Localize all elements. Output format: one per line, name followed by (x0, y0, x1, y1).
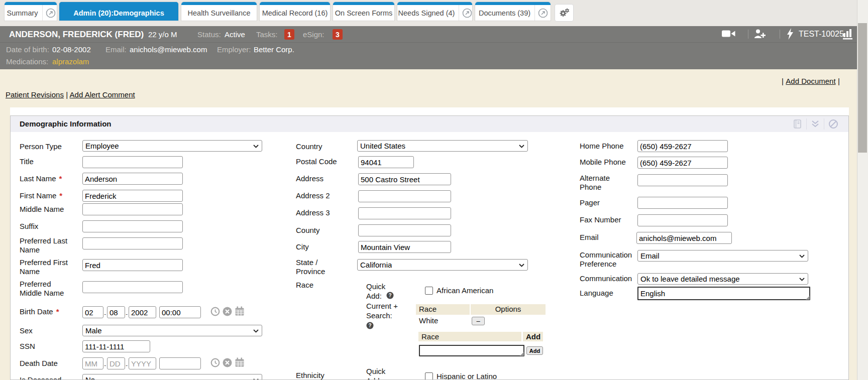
medications-value[interactable]: alprazolam (52, 57, 89, 66)
person-type-select[interactable]: Employee (82, 140, 262, 152)
address-input[interactable] (358, 173, 451, 185)
middle-name-input[interactable] (82, 203, 183, 215)
language-input[interactable] (637, 287, 810, 300)
patient-id: TEST-10025 (799, 30, 844, 39)
disable-icon[interactable] (824, 119, 842, 129)
alternate-phone-input[interactable] (637, 174, 728, 186)
last-name-input[interactable] (82, 173, 183, 185)
home-phone-input[interactable] (637, 140, 728, 152)
alternate-phone-label: Alternate (580, 174, 610, 182)
death-date-day-input[interactable] (107, 357, 125, 369)
tab-needs-signed[interactable]: Needs Signed (4) (397, 2, 472, 21)
clock-icon[interactable] (210, 358, 220, 369)
tab-medical-record[interactable]: Medical Record (16) (260, 2, 330, 21)
communication-preference-select[interactable]: Email (637, 250, 808, 262)
resize-grip[interactable] (520, 352, 524, 356)
clear-date-icon[interactable] (223, 358, 232, 369)
calendar-icon[interactable] (235, 357, 245, 369)
pager-input[interactable] (637, 197, 728, 209)
chevron-down-icon (799, 278, 805, 281)
city-input[interactable] (358, 241, 451, 253)
birth-date-month-input[interactable] (82, 306, 103, 318)
tab-summary[interactable]: Summary (5, 2, 57, 21)
date-dash: - (126, 361, 128, 369)
tab-admin-demographics[interactable]: Admin (20):Demographics (59, 2, 178, 21)
webchart-demographics-screen: Summary Admin (20):Demographics Health S… (0, 0, 868, 380)
preferred-first-name-label: Preferred First (20, 258, 68, 267)
tab-settings-button[interactable] (555, 4, 574, 22)
tab-documents[interactable]: Documents (39) (475, 2, 551, 21)
popout-icon[interactable] (459, 5, 472, 21)
fax-number-input[interactable] (637, 214, 728, 226)
middle-name-label: Middle Name (20, 205, 64, 213)
link-separator: | (838, 77, 840, 85)
add-document-link[interactable]: Add Document (786, 77, 835, 85)
death-time-input[interactable] (159, 357, 201, 369)
help-icon[interactable]: ? (386, 292, 394, 301)
preferred-last-name-label: Preferred Last (20, 236, 67, 245)
preferred-middle-name-label: Preferred (20, 280, 51, 288)
first-name-input[interactable] (82, 190, 183, 202)
link-separator: | (782, 77, 784, 85)
tab-health-surveillance[interactable]: Health Surveillance (181, 2, 257, 21)
title-input[interactable] (82, 156, 183, 168)
fax-number-label: Fax Number (580, 215, 621, 224)
patient-revisions-link[interactable]: Patient Revisions (6, 90, 64, 99)
resize-grip[interactable] (806, 296, 810, 300)
tasks-badge[interactable]: 1 (284, 29, 294, 40)
esign-badge[interactable]: 3 (333, 29, 343, 40)
chevron-down-icon (519, 145, 524, 148)
communication-select[interactable]: Ok to leave detailed message (637, 273, 808, 285)
clear-date-icon[interactable] (223, 307, 232, 318)
birth-date-day-input[interactable] (107, 306, 125, 318)
scrollbar-thumb[interactable] (858, 23, 867, 153)
county-input[interactable] (358, 224, 451, 236)
help-icon[interactable]: ? (366, 322, 374, 331)
icon-divider (748, 30, 748, 39)
ethnicity-hispanic-checkbox[interactable] (425, 372, 433, 380)
address-label: Address (296, 174, 323, 183)
calendar-icon[interactable] (235, 306, 245, 318)
employer-value: Better Corp. (254, 45, 294, 54)
race-african-american-checkbox[interactable] (425, 287, 433, 295)
preferred-first-name-input[interactable] (82, 259, 183, 271)
preferred-middle-name-input[interactable] (82, 281, 183, 293)
journal-icon[interactable] (788, 119, 806, 129)
suffix-label: Suffix (20, 222, 38, 230)
bar-chart-icon[interactable] (843, 28, 853, 42)
popout-icon[interactable] (42, 5, 57, 21)
state-province-label: State / (296, 258, 317, 267)
death-date-year-input[interactable] (129, 357, 156, 369)
add-alert-comment-link[interactable]: Add Alert Comment (70, 90, 135, 99)
birth-time-input[interactable] (159, 306, 201, 318)
ssn-input[interactable] (82, 340, 150, 352)
race-add-button[interactable]: Add (526, 346, 543, 355)
communication-label: Communication (580, 274, 632, 283)
race-table-header-race: Race (416, 304, 470, 315)
clock-icon[interactable] (210, 307, 220, 318)
is-deceased-select[interactable]: No (82, 374, 262, 380)
postal-code-input[interactable] (358, 156, 414, 168)
video-camera-icon[interactable] (722, 30, 735, 40)
lightning-icon[interactable] (787, 28, 794, 42)
tab-on-screen-forms[interactable]: On Screen Forms (333, 2, 394, 21)
add-person-icon[interactable] (754, 29, 766, 41)
address2-input[interactable] (358, 190, 451, 202)
popout-icon[interactable] (534, 5, 551, 21)
collapse-chevrons-icon[interactable] (807, 120, 824, 128)
race-add-input[interactable] (419, 345, 524, 356)
suffix-input[interactable] (82, 220, 183, 232)
address3-input[interactable] (358, 207, 451, 219)
race-remove-button[interactable]: – (472, 317, 485, 325)
mobile-phone-input[interactable] (637, 157, 728, 169)
email-input[interactable] (636, 232, 732, 244)
birth-date-year-input[interactable] (129, 306, 156, 318)
country-select[interactable]: United States (357, 140, 528, 152)
tab-label: Documents (39) (475, 9, 534, 17)
birth-date-label: Birth Date* (20, 307, 59, 316)
preferred-last-name-input[interactable] (82, 237, 183, 249)
panel-title: Demographic Information (20, 119, 112, 128)
sex-select[interactable]: Male (82, 325, 262, 336)
death-date-month-input[interactable] (82, 357, 103, 369)
state-province-select[interactable]: California (357, 259, 528, 271)
